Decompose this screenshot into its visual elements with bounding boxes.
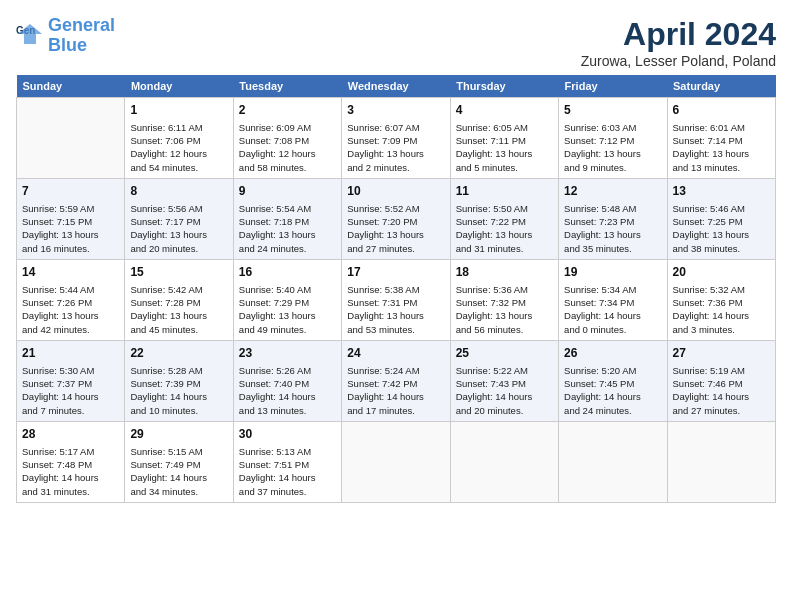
calendar-cell: 23Sunrise: 5:26 AM Sunset: 7:40 PM Dayli… bbox=[233, 340, 341, 421]
day-info: Sunrise: 5:48 AM Sunset: 7:23 PM Dayligh… bbox=[564, 202, 661, 255]
calendar-cell: 25Sunrise: 5:22 AM Sunset: 7:43 PM Dayli… bbox=[450, 340, 558, 421]
day-number: 8 bbox=[130, 183, 227, 200]
day-info: Sunrise: 5:34 AM Sunset: 7:34 PM Dayligh… bbox=[564, 283, 661, 336]
calendar-cell: 7Sunrise: 5:59 AM Sunset: 7:15 PM Daylig… bbox=[17, 178, 125, 259]
day-info: Sunrise: 5:13 AM Sunset: 7:51 PM Dayligh… bbox=[239, 445, 336, 498]
week-row-5: 28Sunrise: 5:17 AM Sunset: 7:48 PM Dayli… bbox=[17, 421, 776, 502]
day-number: 3 bbox=[347, 102, 444, 119]
calendar-cell: 6Sunrise: 6:01 AM Sunset: 7:14 PM Daylig… bbox=[667, 98, 775, 179]
day-info: Sunrise: 5:54 AM Sunset: 7:18 PM Dayligh… bbox=[239, 202, 336, 255]
day-info: Sunrise: 6:07 AM Sunset: 7:09 PM Dayligh… bbox=[347, 121, 444, 174]
day-number: 24 bbox=[347, 345, 444, 362]
day-info: Sunrise: 5:20 AM Sunset: 7:45 PM Dayligh… bbox=[564, 364, 661, 417]
day-info: Sunrise: 5:50 AM Sunset: 7:22 PM Dayligh… bbox=[456, 202, 553, 255]
col-header-wednesday: Wednesday bbox=[342, 75, 450, 98]
day-number: 29 bbox=[130, 426, 227, 443]
calendar-cell bbox=[559, 421, 667, 502]
calendar-cell: 9Sunrise: 5:54 AM Sunset: 7:18 PM Daylig… bbox=[233, 178, 341, 259]
day-number: 25 bbox=[456, 345, 553, 362]
col-header-monday: Monday bbox=[125, 75, 233, 98]
calendar-cell: 16Sunrise: 5:40 AM Sunset: 7:29 PM Dayli… bbox=[233, 259, 341, 340]
logo-icon: Gen bbox=[16, 20, 44, 48]
day-info: Sunrise: 6:05 AM Sunset: 7:11 PM Dayligh… bbox=[456, 121, 553, 174]
day-info: Sunrise: 5:36 AM Sunset: 7:32 PM Dayligh… bbox=[456, 283, 553, 336]
week-row-4: 21Sunrise: 5:30 AM Sunset: 7:37 PM Dayli… bbox=[17, 340, 776, 421]
day-number: 2 bbox=[239, 102, 336, 119]
day-info: Sunrise: 5:15 AM Sunset: 7:49 PM Dayligh… bbox=[130, 445, 227, 498]
day-number: 10 bbox=[347, 183, 444, 200]
day-info: Sunrise: 5:52 AM Sunset: 7:20 PM Dayligh… bbox=[347, 202, 444, 255]
day-info: Sunrise: 5:32 AM Sunset: 7:36 PM Dayligh… bbox=[673, 283, 770, 336]
week-row-1: 1Sunrise: 6:11 AM Sunset: 7:06 PM Daylig… bbox=[17, 98, 776, 179]
calendar-cell: 19Sunrise: 5:34 AM Sunset: 7:34 PM Dayli… bbox=[559, 259, 667, 340]
day-info: Sunrise: 6:09 AM Sunset: 7:08 PM Dayligh… bbox=[239, 121, 336, 174]
day-number: 21 bbox=[22, 345, 119, 362]
calendar-cell bbox=[667, 421, 775, 502]
calendar-cell: 17Sunrise: 5:38 AM Sunset: 7:31 PM Dayli… bbox=[342, 259, 450, 340]
calendar-cell: 13Sunrise: 5:46 AM Sunset: 7:25 PM Dayli… bbox=[667, 178, 775, 259]
day-info: Sunrise: 5:40 AM Sunset: 7:29 PM Dayligh… bbox=[239, 283, 336, 336]
day-info: Sunrise: 5:19 AM Sunset: 7:46 PM Dayligh… bbox=[673, 364, 770, 417]
day-info: Sunrise: 5:30 AM Sunset: 7:37 PM Dayligh… bbox=[22, 364, 119, 417]
week-row-2: 7Sunrise: 5:59 AM Sunset: 7:15 PM Daylig… bbox=[17, 178, 776, 259]
calendar-cell: 30Sunrise: 5:13 AM Sunset: 7:51 PM Dayli… bbox=[233, 421, 341, 502]
day-info: Sunrise: 5:42 AM Sunset: 7:28 PM Dayligh… bbox=[130, 283, 227, 336]
day-number: 11 bbox=[456, 183, 553, 200]
day-info: Sunrise: 5:44 AM Sunset: 7:26 PM Dayligh… bbox=[22, 283, 119, 336]
day-number: 22 bbox=[130, 345, 227, 362]
calendar-table: SundayMondayTuesdayWednesdayThursdayFrid… bbox=[16, 75, 776, 503]
day-info: Sunrise: 5:46 AM Sunset: 7:25 PM Dayligh… bbox=[673, 202, 770, 255]
calendar-cell: 1Sunrise: 6:11 AM Sunset: 7:06 PM Daylig… bbox=[125, 98, 233, 179]
calendar-cell: 26Sunrise: 5:20 AM Sunset: 7:45 PM Dayli… bbox=[559, 340, 667, 421]
week-row-3: 14Sunrise: 5:44 AM Sunset: 7:26 PM Dayli… bbox=[17, 259, 776, 340]
day-number: 27 bbox=[673, 345, 770, 362]
calendar-cell bbox=[17, 98, 125, 179]
calendar-cell: 14Sunrise: 5:44 AM Sunset: 7:26 PM Dayli… bbox=[17, 259, 125, 340]
day-info: Sunrise: 6:11 AM Sunset: 7:06 PM Dayligh… bbox=[130, 121, 227, 174]
day-number: 6 bbox=[673, 102, 770, 119]
day-number: 17 bbox=[347, 264, 444, 281]
calendar-cell: 10Sunrise: 5:52 AM Sunset: 7:20 PM Dayli… bbox=[342, 178, 450, 259]
calendar-cell: 21Sunrise: 5:30 AM Sunset: 7:37 PM Dayli… bbox=[17, 340, 125, 421]
day-number: 12 bbox=[564, 183, 661, 200]
calendar-cell: 5Sunrise: 6:03 AM Sunset: 7:12 PM Daylig… bbox=[559, 98, 667, 179]
calendar-cell: 24Sunrise: 5:24 AM Sunset: 7:42 PM Dayli… bbox=[342, 340, 450, 421]
day-number: 7 bbox=[22, 183, 119, 200]
day-number: 9 bbox=[239, 183, 336, 200]
day-number: 18 bbox=[456, 264, 553, 281]
col-header-tuesday: Tuesday bbox=[233, 75, 341, 98]
col-header-sunday: Sunday bbox=[17, 75, 125, 98]
day-number: 4 bbox=[456, 102, 553, 119]
calendar-cell bbox=[342, 421, 450, 502]
calendar-cell: 3Sunrise: 6:07 AM Sunset: 7:09 PM Daylig… bbox=[342, 98, 450, 179]
day-info: Sunrise: 5:28 AM Sunset: 7:39 PM Dayligh… bbox=[130, 364, 227, 417]
month-title: April 2024 bbox=[581, 16, 776, 53]
day-number: 23 bbox=[239, 345, 336, 362]
col-header-saturday: Saturday bbox=[667, 75, 775, 98]
day-info: Sunrise: 6:03 AM Sunset: 7:12 PM Dayligh… bbox=[564, 121, 661, 174]
col-header-friday: Friday bbox=[559, 75, 667, 98]
day-number: 14 bbox=[22, 264, 119, 281]
day-number: 19 bbox=[564, 264, 661, 281]
day-number: 30 bbox=[239, 426, 336, 443]
calendar-cell: 11Sunrise: 5:50 AM Sunset: 7:22 PM Dayli… bbox=[450, 178, 558, 259]
calendar-cell: 29Sunrise: 5:15 AM Sunset: 7:49 PM Dayli… bbox=[125, 421, 233, 502]
day-info: Sunrise: 5:59 AM Sunset: 7:15 PM Dayligh… bbox=[22, 202, 119, 255]
day-number: 15 bbox=[130, 264, 227, 281]
calendar-cell: 4Sunrise: 6:05 AM Sunset: 7:11 PM Daylig… bbox=[450, 98, 558, 179]
calendar-cell: 8Sunrise: 5:56 AM Sunset: 7:17 PM Daylig… bbox=[125, 178, 233, 259]
day-number: 5 bbox=[564, 102, 661, 119]
col-header-thursday: Thursday bbox=[450, 75, 558, 98]
day-number: 1 bbox=[130, 102, 227, 119]
calendar-cell: 20Sunrise: 5:32 AM Sunset: 7:36 PM Dayli… bbox=[667, 259, 775, 340]
calendar-cell: 18Sunrise: 5:36 AM Sunset: 7:32 PM Dayli… bbox=[450, 259, 558, 340]
day-number: 28 bbox=[22, 426, 119, 443]
calendar-cell: 2Sunrise: 6:09 AM Sunset: 7:08 PM Daylig… bbox=[233, 98, 341, 179]
day-info: Sunrise: 5:56 AM Sunset: 7:17 PM Dayligh… bbox=[130, 202, 227, 255]
calendar-cell bbox=[450, 421, 558, 502]
day-number: 16 bbox=[239, 264, 336, 281]
day-info: Sunrise: 5:17 AM Sunset: 7:48 PM Dayligh… bbox=[22, 445, 119, 498]
day-number: 13 bbox=[673, 183, 770, 200]
location: Zurowa, Lesser Poland, Poland bbox=[581, 53, 776, 69]
calendar-cell: 28Sunrise: 5:17 AM Sunset: 7:48 PM Dayli… bbox=[17, 421, 125, 502]
